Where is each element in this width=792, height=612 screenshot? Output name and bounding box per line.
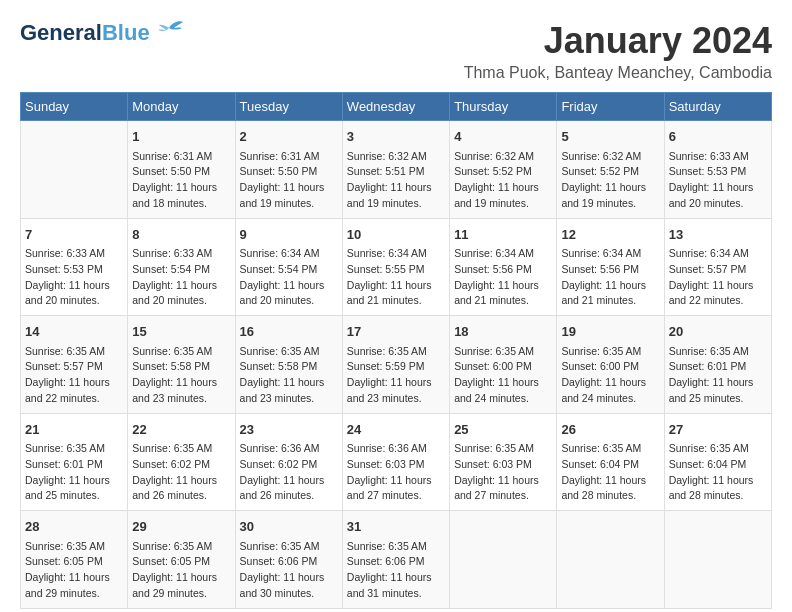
calendar-cell <box>557 511 664 609</box>
day-info: Sunrise: 6:34 AMSunset: 5:55 PMDaylight:… <box>347 246 445 309</box>
day-info: Sunrise: 6:35 AMSunset: 6:06 PMDaylight:… <box>347 539 445 602</box>
day-number: 11 <box>454 225 552 245</box>
day-number: 2 <box>240 127 338 147</box>
day-number: 27 <box>669 420 767 440</box>
day-number: 25 <box>454 420 552 440</box>
calendar-cell: 3Sunrise: 6:32 AMSunset: 5:51 PMDaylight… <box>342 121 449 219</box>
calendar-cell: 28Sunrise: 6:35 AMSunset: 6:05 PMDayligh… <box>21 511 128 609</box>
day-number: 8 <box>132 225 230 245</box>
day-info: Sunrise: 6:35 AMSunset: 5:58 PMDaylight:… <box>240 344 338 407</box>
header-sunday: Sunday <box>21 93 128 121</box>
calendar-week-row: 14Sunrise: 6:35 AMSunset: 5:57 PMDayligh… <box>21 316 772 414</box>
day-number: 20 <box>669 322 767 342</box>
calendar-cell <box>450 511 557 609</box>
header-friday: Friday <box>557 93 664 121</box>
calendar-cell: 1Sunrise: 6:31 AMSunset: 5:50 PMDaylight… <box>128 121 235 219</box>
logo: GeneralBlue <box>20 20 184 46</box>
day-info: Sunrise: 6:32 AMSunset: 5:52 PMDaylight:… <box>561 149 659 212</box>
calendar-week-row: 21Sunrise: 6:35 AMSunset: 6:01 PMDayligh… <box>21 413 772 511</box>
day-info: Sunrise: 6:33 AMSunset: 5:53 PMDaylight:… <box>669 149 767 212</box>
day-number: 13 <box>669 225 767 245</box>
day-number: 16 <box>240 322 338 342</box>
day-info: Sunrise: 6:36 AMSunset: 6:02 PMDaylight:… <box>240 441 338 504</box>
logo-bird-icon <box>154 20 184 46</box>
day-info: Sunrise: 6:35 AMSunset: 6:04 PMDaylight:… <box>669 441 767 504</box>
calendar-cell: 20Sunrise: 6:35 AMSunset: 6:01 PMDayligh… <box>664 316 771 414</box>
header-saturday: Saturday <box>664 93 771 121</box>
calendar-cell: 18Sunrise: 6:35 AMSunset: 6:00 PMDayligh… <box>450 316 557 414</box>
day-info: Sunrise: 6:35 AMSunset: 5:58 PMDaylight:… <box>132 344 230 407</box>
calendar-cell: 25Sunrise: 6:35 AMSunset: 6:03 PMDayligh… <box>450 413 557 511</box>
calendar-cell: 23Sunrise: 6:36 AMSunset: 6:02 PMDayligh… <box>235 413 342 511</box>
calendar-week-row: 7Sunrise: 6:33 AMSunset: 5:53 PMDaylight… <box>21 218 772 316</box>
day-info: Sunrise: 6:35 AMSunset: 6:02 PMDaylight:… <box>132 441 230 504</box>
day-number: 24 <box>347 420 445 440</box>
calendar-cell: 14Sunrise: 6:35 AMSunset: 5:57 PMDayligh… <box>21 316 128 414</box>
day-info: Sunrise: 6:35 AMSunset: 6:05 PMDaylight:… <box>132 539 230 602</box>
header-tuesday: Tuesday <box>235 93 342 121</box>
calendar-cell: 8Sunrise: 6:33 AMSunset: 5:54 PMDaylight… <box>128 218 235 316</box>
day-number: 9 <box>240 225 338 245</box>
calendar-cell: 19Sunrise: 6:35 AMSunset: 6:00 PMDayligh… <box>557 316 664 414</box>
calendar-cell: 27Sunrise: 6:35 AMSunset: 6:04 PMDayligh… <box>664 413 771 511</box>
calendar-cell: 13Sunrise: 6:34 AMSunset: 5:57 PMDayligh… <box>664 218 771 316</box>
day-number: 10 <box>347 225 445 245</box>
header-wednesday: Wednesday <box>342 93 449 121</box>
day-info: Sunrise: 6:32 AMSunset: 5:52 PMDaylight:… <box>454 149 552 212</box>
calendar-cell: 5Sunrise: 6:32 AMSunset: 5:52 PMDaylight… <box>557 121 664 219</box>
day-info: Sunrise: 6:34 AMSunset: 5:54 PMDaylight:… <box>240 246 338 309</box>
day-number: 29 <box>132 517 230 537</box>
day-info: Sunrise: 6:34 AMSunset: 5:57 PMDaylight:… <box>669 246 767 309</box>
calendar-cell: 17Sunrise: 6:35 AMSunset: 5:59 PMDayligh… <box>342 316 449 414</box>
logo-text: GeneralBlue <box>20 20 150 46</box>
title-section: January 2024 Thma Puok, Banteay Meanchey… <box>464 20 772 82</box>
page-header: GeneralBlue January 2024 Thma Puok, Bant… <box>20 20 772 82</box>
day-info: Sunrise: 6:35 AMSunset: 6:00 PMDaylight:… <box>454 344 552 407</box>
calendar-cell: 11Sunrise: 6:34 AMSunset: 5:56 PMDayligh… <box>450 218 557 316</box>
day-info: Sunrise: 6:33 AMSunset: 5:54 PMDaylight:… <box>132 246 230 309</box>
day-number: 30 <box>240 517 338 537</box>
calendar-week-row: 1Sunrise: 6:31 AMSunset: 5:50 PMDaylight… <box>21 121 772 219</box>
day-number: 3 <box>347 127 445 147</box>
day-info: Sunrise: 6:35 AMSunset: 6:04 PMDaylight:… <box>561 441 659 504</box>
day-number: 17 <box>347 322 445 342</box>
calendar-cell: 21Sunrise: 6:35 AMSunset: 6:01 PMDayligh… <box>21 413 128 511</box>
day-number: 26 <box>561 420 659 440</box>
day-number: 6 <box>669 127 767 147</box>
calendar-cell: 12Sunrise: 6:34 AMSunset: 5:56 PMDayligh… <box>557 218 664 316</box>
day-number: 22 <box>132 420 230 440</box>
day-number: 18 <box>454 322 552 342</box>
day-info: Sunrise: 6:34 AMSunset: 5:56 PMDaylight:… <box>561 246 659 309</box>
day-number: 14 <box>25 322 123 342</box>
day-number: 23 <box>240 420 338 440</box>
day-info: Sunrise: 6:33 AMSunset: 5:53 PMDaylight:… <box>25 246 123 309</box>
calendar-cell: 10Sunrise: 6:34 AMSunset: 5:55 PMDayligh… <box>342 218 449 316</box>
day-number: 12 <box>561 225 659 245</box>
calendar-cell <box>664 511 771 609</box>
day-number: 28 <box>25 517 123 537</box>
calendar-cell: 24Sunrise: 6:36 AMSunset: 6:03 PMDayligh… <box>342 413 449 511</box>
month-year-title: January 2024 <box>464 20 772 62</box>
day-number: 19 <box>561 322 659 342</box>
day-number: 31 <box>347 517 445 537</box>
day-info: Sunrise: 6:31 AMSunset: 5:50 PMDaylight:… <box>240 149 338 212</box>
day-info: Sunrise: 6:35 AMSunset: 6:06 PMDaylight:… <box>240 539 338 602</box>
calendar-cell: 4Sunrise: 6:32 AMSunset: 5:52 PMDaylight… <box>450 121 557 219</box>
day-info: Sunrise: 6:35 AMSunset: 6:00 PMDaylight:… <box>561 344 659 407</box>
day-info: Sunrise: 6:32 AMSunset: 5:51 PMDaylight:… <box>347 149 445 212</box>
day-info: Sunrise: 6:35 AMSunset: 6:03 PMDaylight:… <box>454 441 552 504</box>
day-info: Sunrise: 6:35 AMSunset: 5:57 PMDaylight:… <box>25 344 123 407</box>
calendar-table: SundayMondayTuesdayWednesdayThursdayFrid… <box>20 92 772 609</box>
header-monday: Monday <box>128 93 235 121</box>
day-info: Sunrise: 6:35 AMSunset: 6:01 PMDaylight:… <box>669 344 767 407</box>
day-number: 4 <box>454 127 552 147</box>
calendar-cell: 9Sunrise: 6:34 AMSunset: 5:54 PMDaylight… <box>235 218 342 316</box>
calendar-cell: 6Sunrise: 6:33 AMSunset: 5:53 PMDaylight… <box>664 121 771 219</box>
day-info: Sunrise: 6:34 AMSunset: 5:56 PMDaylight:… <box>454 246 552 309</box>
day-number: 5 <box>561 127 659 147</box>
calendar-cell: 30Sunrise: 6:35 AMSunset: 6:06 PMDayligh… <box>235 511 342 609</box>
calendar-header-row: SundayMondayTuesdayWednesdayThursdayFrid… <box>21 93 772 121</box>
calendar-cell: 2Sunrise: 6:31 AMSunset: 5:50 PMDaylight… <box>235 121 342 219</box>
calendar-cell: 31Sunrise: 6:35 AMSunset: 6:06 PMDayligh… <box>342 511 449 609</box>
day-number: 15 <box>132 322 230 342</box>
